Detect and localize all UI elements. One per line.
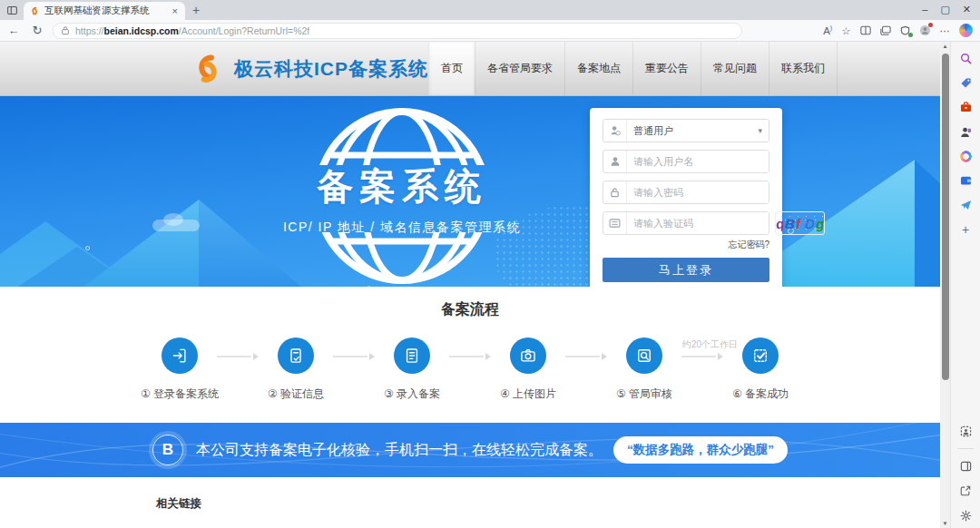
maximize-button[interactable]: ▢ (940, 5, 949, 15)
promo-banner: B 本公司支持备案电子化核验，手机扫一扫，在线轻松完成备案。 “数据多跑路，群众… (0, 423, 940, 477)
username-field[interactable] (603, 150, 769, 173)
step-arrow (333, 353, 375, 360)
close-button[interactable]: ✕ (963, 5, 971, 15)
refresh-icon[interactable]: ↻ (29, 24, 45, 37)
wallet-icon[interactable] (958, 173, 973, 188)
split-screen-icon[interactable] (860, 25, 871, 35)
duration-note: 约20个工作日 (682, 338, 738, 351)
step-arrow (217, 353, 259, 360)
site-header: 极云科技ICP备案系统 首页 各省管局要求 备案地点 重要公告 常见问题 联系我… (0, 42, 940, 96)
nav-item-faq[interactable]: 常见问题 (701, 42, 769, 95)
add-sidebar-item-icon[interactable]: + (958, 222, 973, 237)
user-type-select[interactable]: 普通用户 ▾ (603, 119, 769, 142)
contacts-icon[interactable] (958, 124, 973, 139)
process-steps: ① 登录备案系统 ② 验证信息 ③ 录入备案 (139, 337, 801, 402)
success-check-icon (751, 347, 769, 365)
nav-item-home[interactable]: 首页 (428, 42, 475, 95)
favorite-star-icon[interactable]: ☆ (841, 24, 850, 37)
keyboard-icon (603, 212, 627, 234)
nav-item-filing-location[interactable]: 备案地点 (564, 42, 632, 95)
user-type-icon (603, 120, 627, 142)
back-icon[interactable]: ← (5, 24, 22, 37)
page-scrollbar[interactable]: ▲ ▼ (940, 42, 950, 528)
profile-avatar-icon[interactable] (919, 24, 931, 36)
collections-icon[interactable] (880, 25, 891, 35)
tab-title: 互联网基础资源支撑系统 (44, 5, 166, 17)
step-upload: ④ 上传图片 (491, 337, 565, 402)
user-type-value: 普通用户 (627, 124, 758, 138)
nav-item-contact[interactable]: 联系我们 (769, 42, 838, 95)
login-icon (171, 347, 189, 365)
captcha-image[interactable]: q B f D g (775, 211, 825, 235)
password-input[interactable] (627, 181, 769, 203)
filing-badge-icon: B (152, 435, 183, 465)
browser-tab-bar: 互联网基础资源支撑系统 × + – ▢ ✕ (0, 0, 980, 20)
cloud-logo-icon (189, 51, 225, 87)
open-external-icon[interactable] (958, 484, 973, 498)
scroll-down-icon[interactable]: ▼ (940, 521, 950, 526)
read-aloud-icon[interactable]: A) (823, 24, 832, 36)
more-menu-icon[interactable]: ⋯ (940, 24, 951, 37)
address-bar[interactable]: https://beian.idcsp.com/Account/Login?Re… (53, 23, 742, 39)
filing-process-section: 备案流程 ① 登录备案系统 ② 验证信息 ③ 录入备案 (0, 287, 940, 423)
chevron-down-icon: ▾ (758, 126, 762, 135)
related-links-section: 相关链接 中华人民共和国工业和信息化部 吉林省通信管理局 江西省通信管理局 海南… (0, 477, 940, 528)
screenshot-tool-icon[interactable] (958, 424, 973, 438)
step-arrow (565, 353, 607, 360)
browser-tab[interactable]: 互联网基础资源支撑系统 × (24, 2, 185, 20)
lock-icon (603, 181, 627, 203)
nav-item-provincial-requirements[interactable]: 各省管局要求 (475, 42, 564, 95)
hero-title: 备案系统 (252, 161, 552, 211)
step-review: ⑤ 管局审核 (607, 337, 681, 402)
username-input[interactable] (627, 151, 769, 172)
sidebar-panel-icon[interactable] (958, 459, 973, 474)
slogan-pill: “数据多跑路，群众少跑腿” (613, 436, 788, 464)
microsoft-365-icon[interactable] (958, 100, 973, 114)
user-icon (603, 151, 627, 172)
toolbar-right-icons: A) ☆ ⋯ (823, 24, 975, 37)
minimize-button[interactable]: – (922, 5, 927, 15)
step-login: ① 登录备案系统 (142, 337, 217, 402)
drop-paper-plane-icon[interactable] (958, 198, 973, 212)
browser-window: 互联网基础资源支撑系统 × + – ▢ ✕ ← ↻ https://beian.… (0, 0, 980, 528)
site-logo[interactable]: 极云科技ICP备案系统 (189, 51, 428, 87)
step-arrow-final: 约20个工作日 (681, 353, 723, 360)
site-favicon-icon (29, 5, 40, 16)
scrollbar-thumb[interactable] (942, 54, 949, 380)
lock-icon (61, 25, 70, 35)
forgot-password-link[interactable]: 忘记密码? (603, 239, 769, 251)
review-icon (635, 347, 653, 365)
step-entry: ③ 录入备案 (375, 337, 449, 402)
hero-subtitle: ICP/ IP 地址 / 域名信息备案管理系统 (252, 220, 552, 236)
shopping-tag-icon[interactable] (958, 75, 973, 90)
nav-item-announcements[interactable]: 重要公告 (632, 42, 701, 95)
cloud-decoration (152, 220, 200, 231)
browser-toolbar: ← ↻ https://beian.idcsp.com/Account/Logi… (0, 20, 980, 42)
related-links-title: 相关链接 (156, 496, 799, 512)
step-verify: ② 验证信息 (259, 337, 333, 402)
login-button[interactable]: 马上登录 (603, 258, 769, 282)
camera-icon (519, 347, 537, 365)
tab-actions-menu-icon[interactable] (0, 0, 24, 20)
captcha-field[interactable] (603, 211, 769, 235)
edge-sidebar: + (950, 42, 980, 528)
browser-essentials-icon[interactable] (900, 25, 910, 35)
banner-text: 本公司支持备案电子化核验，手机扫一扫，在线轻松完成备案。 (196, 441, 603, 460)
window-controls: – ▢ ✕ (922, 0, 976, 18)
hero-banner: 备案系统 ICP/ IP 地址 / 域名信息备案管理系统 普通用户 ▾ (0, 96, 940, 287)
search-icon[interactable] (958, 51, 973, 65)
entry-form-icon (403, 347, 421, 365)
step-arrow (449, 353, 491, 360)
captcha-input[interactable] (627, 212, 769, 234)
copilot-icon[interactable] (959, 24, 973, 37)
brand-title: 极云科技ICP备案系统 (234, 56, 428, 82)
new-tab-button[interactable]: + (185, 0, 207, 20)
password-field[interactable] (603, 181, 769, 204)
settings-gear-icon[interactable] (958, 508, 973, 523)
scroll-up-icon[interactable]: ▲ (940, 44, 950, 49)
designer-icon[interactable] (958, 149, 973, 163)
tab-close-icon[interactable]: × (171, 5, 180, 16)
hero-text: 备案系统 ICP/ IP 地址 / 域名信息备案管理系统 (252, 161, 552, 236)
login-panel: 普通用户 ▾ (590, 108, 782, 287)
process-title: 备案流程 (0, 300, 940, 319)
